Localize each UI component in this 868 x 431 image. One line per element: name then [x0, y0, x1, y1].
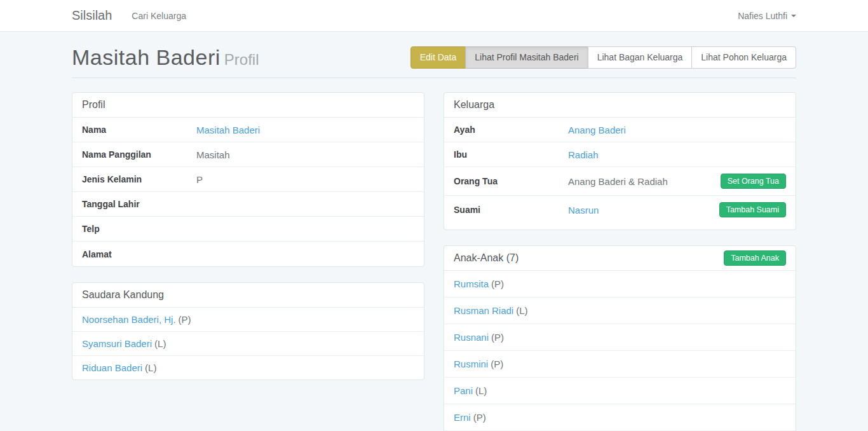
- list-item: Rusmini(P): [444, 351, 796, 378]
- gender-label: (L): [475, 385, 487, 396]
- sibling-link[interactable]: Riduan Baderi: [82, 362, 142, 373]
- keluarga-row-ayah: Ayah Anang Baderi: [444, 118, 796, 142]
- suami-link[interactable]: Nasrun: [568, 205, 599, 216]
- ayah-link[interactable]: Anang Baderi: [568, 125, 626, 135]
- keluarga-row-suami: Suami Nasrun Tambah Suami: [444, 196, 796, 224]
- nama-link[interactable]: Masitah Baderi: [196, 125, 260, 135]
- profil-row-telp: Telp: [72, 217, 424, 242]
- list-item: Rusnani(P): [444, 324, 796, 351]
- sibling-link[interactable]: Noorsehan Baderi, Hj.: [82, 314, 176, 325]
- view-family-tree-button[interactable]: Lihat Pohon Keluarga: [691, 46, 796, 69]
- top-navbar: Silsilah Cari Keluarga Nafies Luthfi: [0, 0, 868, 32]
- set-orang-tua-button[interactable]: Set Orang Tua: [721, 174, 786, 189]
- view-family-chart-button[interactable]: Lihat Bagan Keluarga: [588, 46, 693, 69]
- keluarga-row-ibu: Ibu Radiah: [444, 142, 796, 167]
- gender-label: (P): [491, 278, 504, 289]
- tambah-suami-button[interactable]: Tambah Suami: [719, 202, 786, 217]
- child-link[interactable]: Rusnani: [454, 332, 489, 343]
- field-label: Ayah: [454, 125, 568, 135]
- profile-actions-group: Edit Data Lihat Profil Masitah Baderi Li…: [410, 46, 796, 69]
- keluarga-card-header: Keluarga: [444, 93, 796, 118]
- saudara-kandung-card-title: Saudara Kandung: [82, 289, 164, 301]
- user-menu[interactable]: Nafies Luthfi: [738, 11, 796, 21]
- field-value: Anang Baderi & Radiah: [568, 176, 668, 187]
- tambah-anak-button[interactable]: Tambah Anak: [724, 250, 786, 266]
- gender-label: (L): [145, 362, 156, 373]
- field-value: P: [196, 174, 414, 185]
- anak-anak-card-title: Anak-Anak (7): [454, 252, 519, 264]
- field-label: Nama: [82, 125, 196, 135]
- gender-label: (P): [491, 332, 504, 343]
- gender-label: (P): [473, 412, 486, 423]
- keluarga-row-orang-tua: Orang Tua Anang Baderi & Radiah Set Oran…: [444, 167, 796, 196]
- field-label: Suami: [454, 205, 568, 215]
- list-item: Pani(L): [444, 378, 796, 404]
- user-name: Nafies Luthfi: [738, 11, 787, 21]
- anak-anak-card-header: Anak-Anak (7) Tambah Anak: [444, 246, 796, 271]
- nav-link-cari-keluarga[interactable]: Cari Keluarga: [132, 11, 186, 21]
- list-item: Syamsuri Baderi(L): [72, 332, 424, 356]
- gender-label: (P): [491, 359, 503, 369]
- gender-label: (L): [154, 338, 166, 349]
- gender-label: (P): [179, 314, 191, 325]
- child-link[interactable]: Erni: [454, 412, 471, 423]
- profil-row-tanggal-lahir: Tanggal Lahir: [72, 192, 424, 217]
- list-item: Erni(P): [444, 404, 796, 431]
- profil-card-title: Profil: [82, 99, 105, 111]
- anak-anak-card: Anak-Anak (7) Tambah Anak Rumsita(P) Rus…: [444, 245, 796, 431]
- list-item: Rusman Riadi(L): [444, 298, 796, 324]
- profil-card-header: Profil: [72, 93, 424, 118]
- field-label: Tanggal Lahir: [82, 199, 196, 209]
- page-header: Masitah BaderiProfil Edit Data Lihat Pro…: [72, 45, 796, 78]
- child-link[interactable]: Rumsita: [454, 278, 489, 289]
- field-label: Orang Tua: [454, 176, 568, 186]
- keluarga-card: Keluarga Ayah Anang Baderi Ibu Radiah Or…: [444, 92, 796, 230]
- field-label: Ibu: [454, 149, 568, 160]
- edit-data-button[interactable]: Edit Data: [410, 46, 466, 69]
- page-title: Masitah Baderi: [72, 45, 220, 69]
- child-link[interactable]: Rusmini: [454, 359, 488, 369]
- profil-card: Profil Nama Masitah Baderi Nama Panggila…: [72, 92, 424, 267]
- list-item: Riduan Baderi(L): [72, 356, 424, 380]
- saudara-kandung-card: Saudara Kandung Noorsehan Baderi, Hj.(P)…: [72, 282, 424, 380]
- sibling-link[interactable]: Syamsuri Baderi: [82, 338, 152, 349]
- brand-link[interactable]: Silsilah: [72, 8, 112, 23]
- field-value: Masitah: [196, 149, 414, 160]
- page-subtitle: Profil: [224, 51, 259, 68]
- keluarga-card-title: Keluarga: [454, 99, 494, 111]
- gender-label: (L): [516, 305, 527, 316]
- profil-row-jenis-kelamin: Jenis Kelamin P: [72, 167, 424, 192]
- list-item: Noorsehan Baderi, Hj.(P): [72, 308, 424, 332]
- list-item: Rumsita(P): [444, 271, 796, 298]
- profil-row-alamat: Alamat: [72, 242, 424, 266]
- child-link[interactable]: Pani: [454, 385, 473, 396]
- field-label: Telp: [82, 224, 196, 234]
- field-label: Nama Panggilan: [82, 149, 196, 160]
- caret-down-icon: [791, 15, 796, 17]
- profil-row-nama: Nama Masitah Baderi: [72, 118, 424, 142]
- field-label: Jenis Kelamin: [82, 174, 196, 184]
- field-label: Alamat: [82, 249, 196, 259]
- child-link[interactable]: Rusman Riadi: [454, 305, 513, 316]
- profil-row-nama-panggilan: Nama Panggilan Masitah: [72, 142, 424, 167]
- ibu-link[interactable]: Radiah: [568, 149, 599, 160]
- saudara-kandung-card-header: Saudara Kandung: [72, 283, 424, 308]
- view-profile-button[interactable]: Lihat Profil Masitah Baderi: [465, 46, 588, 69]
